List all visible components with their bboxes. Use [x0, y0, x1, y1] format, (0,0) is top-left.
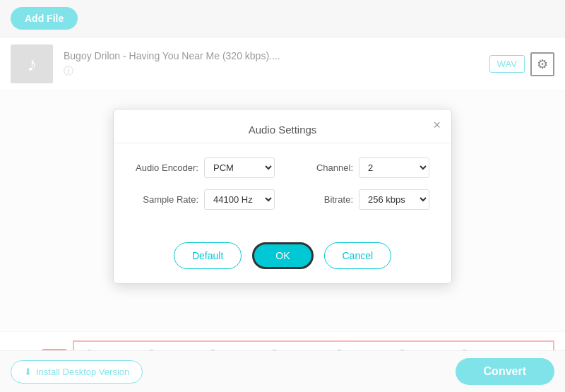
- audio-settings-modal: × Audio Settings Audio Encoder: PCM MP3 …: [113, 109, 452, 284]
- channel-field: Channel: 2 1: [290, 158, 430, 178]
- audio-encoder-label: Audio Encoder:: [135, 162, 198, 173]
- bitrate-select[interactable]: 256 kbps 128 kbps 320 kbps: [359, 189, 429, 210]
- channel-label: Channel:: [290, 162, 353, 173]
- sample-rate-field: Sample Rate: 44100 Hz 22050 Hz 48000 Hz: [135, 189, 275, 210]
- modal-title: Audio Settings: [114, 109, 451, 143]
- channel-select[interactable]: 2 1: [359, 158, 429, 178]
- sample-rate-select[interactable]: 44100 Hz 22050 Hz 48000 Hz: [204, 189, 275, 210]
- modal-overlay: × Audio Settings Audio Encoder: PCM MP3 …: [0, 0, 565, 392]
- modal-body: Audio Encoder: PCM MP3 AAC Channel: 2 1: [114, 143, 451, 235]
- modal-close-button[interactable]: ×: [433, 118, 441, 133]
- modal-row-2: Sample Rate: 44100 Hz 22050 Hz 48000 Hz …: [135, 189, 430, 210]
- modal-row-1: Audio Encoder: PCM MP3 AAC Channel: 2 1: [135, 158, 430, 178]
- cancel-button[interactable]: Cancel: [324, 242, 392, 269]
- bitrate-field: Bitrate: 256 kbps 128 kbps 320 kbps: [290, 189, 430, 210]
- default-button[interactable]: Default: [174, 242, 242, 269]
- audio-encoder-select[interactable]: PCM MP3 AAC: [204, 158, 275, 178]
- sample-rate-label: Sample Rate:: [135, 194, 198, 205]
- audio-encoder-field: Audio Encoder: PCM MP3 AAC: [135, 158, 275, 178]
- ok-button[interactable]: OK: [252, 242, 313, 269]
- bitrate-label: Bitrate:: [290, 194, 353, 205]
- modal-footer: Default OK Cancel: [114, 235, 451, 283]
